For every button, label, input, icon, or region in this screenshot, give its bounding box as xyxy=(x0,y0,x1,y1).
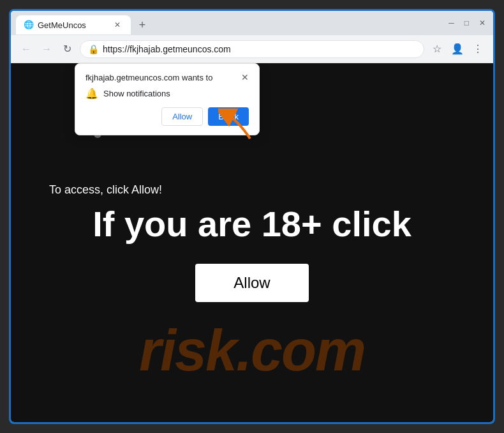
bell-icon: 🔔 xyxy=(85,87,98,100)
popup-close-button[interactable]: ✕ xyxy=(241,73,249,82)
reload-button[interactable]: ↻ xyxy=(59,42,75,57)
lock-icon: 🔒 xyxy=(88,44,99,54)
tab-favicon: 🌐 xyxy=(24,20,34,30)
address-bar: ← → ↻ 🔒 https://fkjhajab.getmeuncos.com … xyxy=(11,35,493,63)
popup-header: fkjhajab.getmeuncos.com wants to ✕ xyxy=(85,73,249,82)
bookmark-button[interactable]: ☆ xyxy=(429,42,445,57)
maximize-button[interactable]: □ xyxy=(464,19,469,27)
back-button[interactable]: ← xyxy=(19,42,34,57)
account-button[interactable]: 👤 xyxy=(450,42,465,57)
arrow-indicator xyxy=(218,107,256,148)
popup-allow-button[interactable]: Allow xyxy=(161,107,203,126)
browser-window: 🌐 GetMeUncos ✕ + ─ □ ✕ ← → ↻ 🔒 https://f… xyxy=(9,9,495,424)
page-allow-button[interactable]: Allow xyxy=(195,264,308,302)
popup-show-notifications-label: Show notifications xyxy=(103,89,170,98)
url-bar[interactable]: 🔒 https://fkjhajab.getmeuncos.com xyxy=(80,40,424,58)
page-access-text: To access, click Allow! xyxy=(49,183,162,197)
close-button[interactable]: ✕ xyxy=(479,19,485,27)
popup-title: fkjhajab.getmeuncos.com wants to xyxy=(85,73,241,82)
watermark: risk.com xyxy=(139,318,365,384)
browser-tab[interactable]: 🌐 GetMeUncos ✕ xyxy=(16,15,131,34)
new-tab-button[interactable]: + xyxy=(133,16,151,34)
window-controls: ─ □ ✕ xyxy=(448,19,488,31)
menu-button[interactable]: ⋮ xyxy=(470,42,485,57)
tab-close-button[interactable]: ✕ xyxy=(112,19,123,31)
url-text: https://fkjhajab.getmeuncos.com xyxy=(103,44,231,54)
address-actions: ☆ 👤 ⋮ xyxy=(429,42,485,57)
minimize-button[interactable]: ─ xyxy=(448,19,454,27)
popup-notification-row: 🔔 Show notifications xyxy=(85,87,249,100)
page-main-text: If you are 18+ click xyxy=(93,203,411,245)
page-content: risk.com To access, click Allow! If you … xyxy=(11,63,493,422)
tab-title: GetMeUncos xyxy=(38,20,108,30)
title-bar: 🌐 GetMeUncos ✕ + ─ □ ✕ xyxy=(11,11,493,35)
forward-button[interactable]: → xyxy=(39,42,54,57)
